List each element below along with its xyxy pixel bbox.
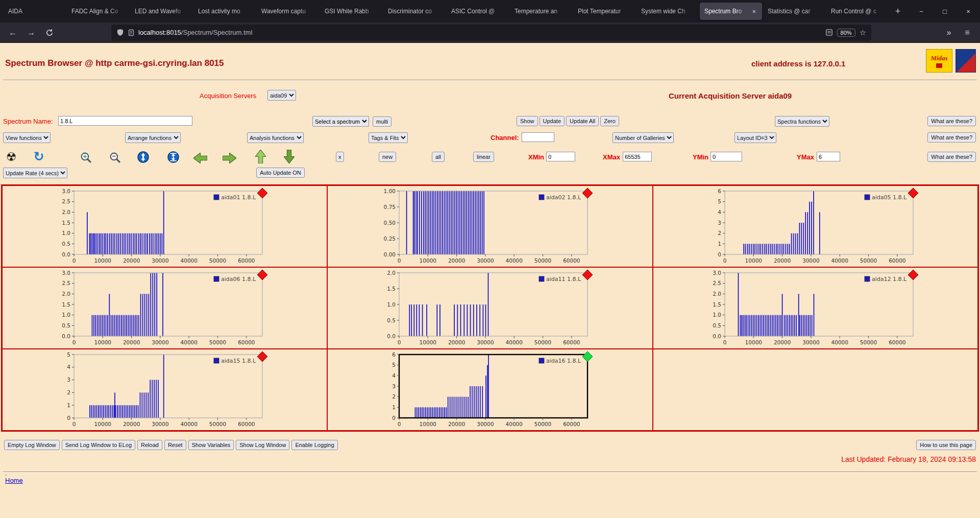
update-rate-select[interactable]: Update Rate (4 secs) [3,168,67,178]
footer-button-send-log-window-to-elog[interactable]: Send Log Window to ELog [62,440,135,450]
browser-tab[interactable]: AIDA [4,3,66,20]
footer-button-show-variables[interactable]: Show Variables [188,440,234,450]
y-fit-icon[interactable] [166,150,180,164]
footer-button-reset[interactable]: Reset [164,440,186,450]
forward-button[interactable]: → [23,25,39,40]
what-are-these-button-1[interactable]: What are these? [927,116,976,126]
maximize-button[interactable]: □ [933,0,957,22]
x-tick-label: 40000 [831,339,848,345]
browser-tab[interactable]: LED and Wavefo [130,3,192,20]
spectrum-chart-aida02[interactable]: 0.000.250.500.751.0001000020000300004000… [328,186,652,267]
auto-update-button[interactable]: Auto Update ON [256,168,305,178]
green-down-arrow-icon[interactable] [282,149,296,163]
stray-dot: . [5,470,7,477]
url-text[interactable]: localhost:8015/Spectrum/Spectrum.tml [138,29,252,36]
overflow-menu-button[interactable]: » [941,25,957,40]
radiation-icon[interactable]: ☢ [4,150,18,164]
xmin-input[interactable] [546,152,575,161]
update-button[interactable]: Update [540,116,565,126]
ymin-input[interactable] [710,152,742,161]
x-tick-label: 30000 [802,339,819,345]
layout-id-select[interactable]: Layout ID=3 [734,132,776,143]
spectrum-chart-aida12[interactable]: 0.00.51.01.52.02.53.00100002000030000400… [653,268,978,349]
what-are-these-button-2[interactable]: What are these? [927,132,976,143]
y-tick-label: 1.0 [62,312,70,318]
spectrum-chart-aida11[interactable]: 0.00.51.01.52.00100002000030000400005000… [328,268,652,349]
new-tab-button[interactable]: + [890,4,905,19]
spectrum-chart-aida01[interactable]: 0.00.51.01.52.02.53.00100002000030000400… [3,186,327,267]
x-button[interactable]: x [336,152,344,162]
spectrum-chart-aida15[interactable]: 0123450100002000030000400005000060000aid… [3,349,327,431]
x-tick-label: 30000 [152,339,168,345]
zoom-level-button[interactable]: 80% [837,29,855,37]
bookmark-star-icon[interactable]: ☆ [860,28,866,37]
browser-tab[interactable]: GSI White Rabb [320,3,382,20]
spectra-functions-select[interactable]: Spectra functions [775,116,829,127]
footer-button-show-log-window[interactable]: Show Log Window [236,440,289,450]
spectrum-chart-aida05[interactable]: 01234560100002000030000400005000060000ai… [653,186,978,267]
client-address: client address is 127.0.0.1 [751,59,845,68]
x-tick-label: 20000 [448,421,465,427]
status-diamond-green [582,351,593,362]
zoom-in-icon[interactable]: + [79,150,93,164]
back-button[interactable]: ← [5,25,20,40]
arrange-functions-select[interactable]: Arrange functions [125,132,181,143]
channel-input[interactable] [522,132,554,142]
footer-button-enable-logging[interactable]: Enable Logging [291,440,337,450]
shield-icon[interactable] [116,29,124,36]
tags-fits-select[interactable]: Tags & Fits [369,132,408,143]
browser-tab[interactable]: FADC Align & Co [67,3,129,20]
minimize-button[interactable]: − [910,0,933,22]
xmax-input[interactable] [623,152,652,161]
spectrum-chart-aida06[interactable]: 0.00.51.01.52.02.53.00100002000030000400… [3,268,327,349]
browser-tab[interactable]: Lost activity mo [193,3,256,20]
close-window-button[interactable]: × [957,0,980,22]
green-up-arrow-icon[interactable] [253,149,267,163]
site-info-icon[interactable] [128,29,135,36]
zoom-out-icon[interactable]: − [108,150,122,164]
spectrum-chart-aida16[interactable]: 01234560100002000030000400005000060000ai… [328,349,652,431]
y-tick-label: 1.5 [62,301,70,308]
y-expand-icon[interactable] [136,150,150,164]
new-button[interactable]: new [379,152,396,162]
x-tick-label: 30000 [802,257,819,264]
select-a-spectrum-select[interactable]: Select a spectrum [312,116,369,127]
number-of-galleries-select[interactable]: Number of Galleries [612,132,674,143]
tab-close-icon[interactable]: × [750,8,757,15]
reader-view-icon[interactable] [825,29,833,36]
ymax-input[interactable] [817,152,840,161]
spectrum-name-input[interactable] [58,116,192,126]
logos: Midas [926,49,976,73]
url-bar[interactable]: localhost:8015/Spectrum/Spectrum.tml 80%… [111,25,871,41]
url-path: /Spectrum/Spectrum.tml [181,29,252,36]
show-button[interactable]: Show [517,116,538,126]
tab-label: Waveform captu [261,8,314,15]
browser-tab[interactable]: Discriminator co [383,3,446,20]
acquisition-server-select[interactable]: aida09 [267,90,296,101]
update-all-button[interactable]: Update All [566,116,599,126]
browser-tab[interactable]: Plot Temperatur [573,3,635,20]
home-link[interactable]: Home [5,477,23,484]
browser-tab[interactable]: Run Control @ c [826,3,889,20]
what-are-these-button-3[interactable]: What are these? [927,152,976,162]
view-functions-select[interactable]: View functions [3,132,51,143]
footer-button-reload[interactable]: Reload [137,440,162,450]
footer-button-empty-log-window[interactable]: Empty Log Window [4,440,60,450]
linear-button[interactable]: linear [473,152,494,162]
browser-tab[interactable]: System wide Ch [636,3,699,20]
refresh-icon[interactable]: ↻ [32,149,46,163]
zero-button[interactable]: Zero [600,116,619,126]
how-to-use-button[interactable]: How to use this page [916,440,976,450]
analysis-functions-select[interactable]: Analysis functions [247,132,304,143]
browser-tab-active[interactable]: Spectrum Bro× [700,3,762,20]
multi-button[interactable]: multi [373,116,391,127]
browser-tab[interactable]: Waveform captu [257,3,319,20]
green-left-arrow-icon[interactable] [193,151,207,165]
browser-tab[interactable]: Temperature an [510,3,572,20]
reload-button[interactable] [42,25,57,40]
app-menu-button[interactable]: ≡ [960,25,975,40]
all-button[interactable]: all [432,152,445,162]
green-right-arrow-icon[interactable] [222,151,236,165]
browser-tab[interactable]: Statistics @ car [763,3,825,20]
browser-tab[interactable]: ASIC Control @ [447,3,509,20]
